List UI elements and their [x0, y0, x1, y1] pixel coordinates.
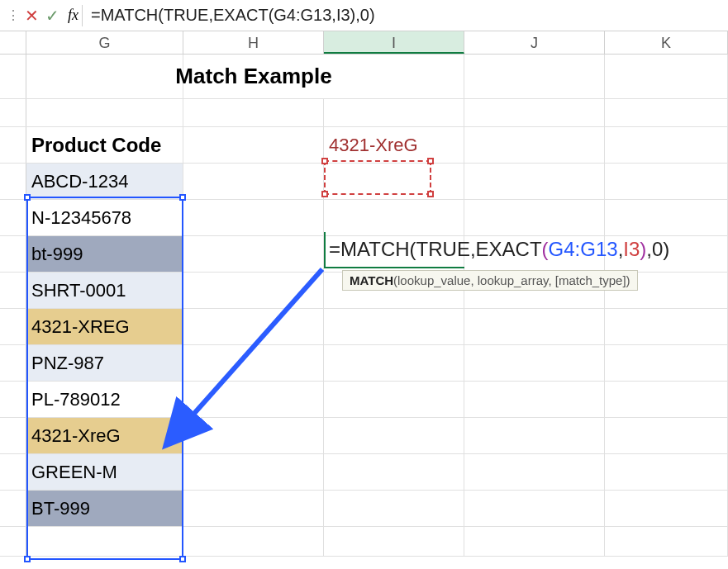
cell[interactable]	[605, 99, 728, 126]
cell[interactable]	[324, 491, 464, 526]
cell[interactable]	[464, 127, 605, 163]
formula-bar-input[interactable]: =MATCH(TRUE,EXACT(G4:G13,I3),0)	[91, 6, 375, 25]
row-number[interactable]	[0, 273, 26, 308]
table-header[interactable]: Product Code	[26, 127, 183, 163]
row-number[interactable]	[0, 491, 26, 526]
cell[interactable]	[464, 527, 605, 556]
divider	[82, 5, 83, 26]
table-row: N-12345678	[0, 200, 728, 236]
row-number[interactable]	[0, 527, 26, 556]
col-header-k[interactable]: K	[605, 31, 728, 54]
cell[interactable]	[324, 382, 464, 417]
cell[interactable]	[605, 309, 728, 344]
cell[interactable]	[605, 164, 728, 199]
formula-part: (	[410, 238, 416, 260]
fx-label[interactable]: fx	[68, 7, 79, 24]
row-number[interactable]	[0, 200, 26, 235]
cell[interactable]	[26, 55, 183, 98]
product-code-cell[interactable]: ABCD-1234	[26, 164, 183, 199]
row-number[interactable]	[0, 309, 26, 344]
row: Product Code 4321-XreG	[0, 127, 728, 164]
cell[interactable]	[464, 200, 605, 235]
page-title[interactable]: Match Example	[183, 55, 324, 98]
corner-cell[interactable]	[0, 31, 26, 54]
cell[interactable]	[324, 55, 464, 98]
cell[interactable]	[324, 309, 464, 344]
row-number[interactable]	[0, 127, 26, 163]
row-number[interactable]	[0, 382, 26, 417]
row-number[interactable]	[0, 55, 26, 98]
formula-cell[interactable]	[324, 200, 464, 235]
cell[interactable]	[605, 55, 728, 98]
row-number[interactable]	[0, 99, 26, 126]
cell[interactable]	[183, 527, 324, 556]
row-number[interactable]	[0, 345, 26, 381]
cell[interactable]	[183, 99, 324, 126]
product-code-cell[interactable]: BT-999	[26, 491, 183, 526]
cell[interactable]	[464, 454, 605, 490]
cell[interactable]	[605, 418, 728, 453]
cell[interactable]	[183, 454, 324, 490]
cell[interactable]	[183, 164, 324, 199]
cell[interactable]	[183, 491, 324, 526]
product-code-cell[interactable]: bt-999	[26, 236, 183, 272]
product-code-cell[interactable]: GREEN-M	[26, 454, 183, 490]
table-row: BT-999	[0, 491, 728, 527]
cell[interactable]	[26, 99, 183, 126]
cell[interactable]	[324, 164, 464, 199]
col-header-i[interactable]: I	[324, 31, 464, 54]
col-header-g[interactable]: G	[26, 31, 183, 54]
product-code-cell[interactable]: 4321-XREG	[26, 309, 183, 344]
cancel-icon[interactable]: ✕	[25, 6, 39, 26]
cell[interactable]	[183, 273, 324, 308]
cell[interactable]	[464, 309, 605, 344]
cell[interactable]	[464, 164, 605, 199]
cell[interactable]	[464, 345, 605, 381]
row-number[interactable]	[0, 454, 26, 490]
product-code-cell[interactable]: 4321-XreG	[26, 418, 183, 453]
cell[interactable]	[464, 55, 605, 98]
cell[interactable]	[464, 491, 605, 526]
cell[interactable]	[324, 345, 464, 381]
cell[interactable]	[605, 491, 728, 526]
cell[interactable]	[183, 127, 324, 163]
product-code-cell[interactable]: N-12345678	[26, 200, 183, 235]
cell[interactable]	[605, 382, 728, 417]
product-code-cell[interactable]: SHRT-0001	[26, 273, 183, 308]
row: Match Example	[0, 55, 728, 99]
cell[interactable]	[324, 527, 464, 556]
row-number[interactable]	[0, 418, 26, 453]
cell[interactable]	[183, 309, 324, 344]
cell[interactable]	[183, 236, 324, 272]
row-number[interactable]	[0, 236, 26, 272]
cell[interactable]	[605, 345, 728, 381]
product-code-cell[interactable]: PNZ-987	[26, 345, 183, 381]
cell[interactable]	[26, 527, 183, 556]
handle-icon[interactable]: ⋮	[7, 7, 18, 23]
cell[interactable]	[464, 418, 605, 453]
cell[interactable]	[183, 200, 324, 235]
col-header-h[interactable]: H	[183, 31, 324, 54]
cell[interactable]	[324, 454, 464, 490]
row-number[interactable]	[0, 164, 26, 199]
formula-bar: ⋮ ✕ ✓ fx =MATCH(TRUE,EXACT(G4:G13,I3),0)	[0, 0, 728, 31]
product-code-cell[interactable]: PL-789012	[26, 382, 183, 417]
cell[interactable]	[605, 454, 728, 490]
cell[interactable]	[605, 527, 728, 556]
table-row: GREEN-M	[0, 454, 728, 491]
cell[interactable]	[183, 345, 324, 381]
cell[interactable]	[605, 200, 728, 235]
rows: Match Example Product Code 4321-XreG AB	[0, 55, 728, 557]
function-tooltip[interactable]: MATCH(lookup_value, lookup_array, [match…	[342, 270, 638, 291]
col-header-j[interactable]: J	[464, 31, 605, 54]
lookup-cell[interactable]: 4321-XreG	[324, 127, 464, 163]
cell[interactable]	[324, 99, 464, 126]
cell[interactable]	[605, 127, 728, 163]
column-headers: G H I J K	[0, 31, 728, 55]
cell[interactable]	[464, 382, 605, 417]
cell[interactable]	[183, 382, 324, 417]
cell[interactable]	[464, 99, 605, 126]
cell[interactable]	[183, 418, 324, 453]
accept-icon[interactable]: ✓	[45, 6, 59, 26]
cell[interactable]	[324, 418, 464, 453]
